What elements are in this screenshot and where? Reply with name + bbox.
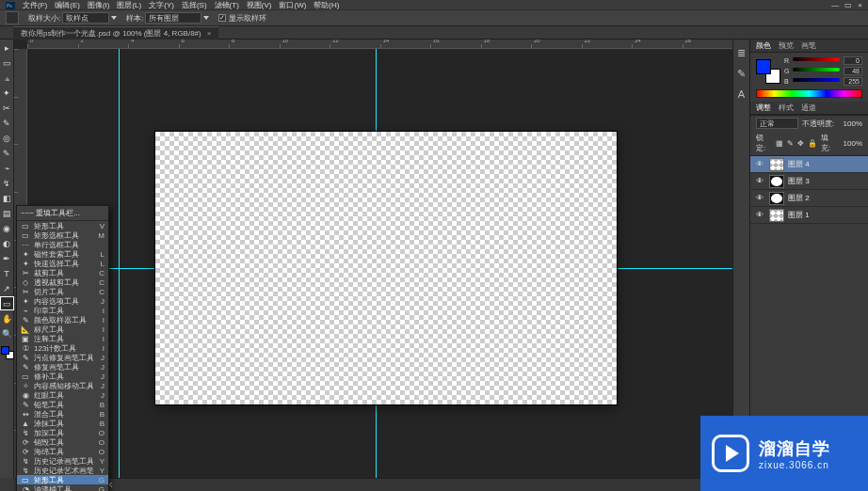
fill-value[interactable]: 100% — [840, 139, 862, 148]
popup-tool-row[interactable]: ⟳销毁工具O — [17, 437, 108, 447]
menu-select[interactable]: 选择(S) — [182, 0, 207, 10]
menu-help[interactable]: 帮助(H) — [313, 0, 339, 10]
hand-tool[interactable]: ✋ — [1, 312, 13, 325]
sample-size-select[interactable]: 取样点 — [62, 12, 109, 24]
lock-transparent-icon[interactable]: ▦ — [776, 139, 783, 148]
layer-thumb[interactable] — [769, 192, 784, 205]
popup-tool-row[interactable]: ↯历史记录艺术画笔工具Y — [17, 466, 108, 475]
popup-tool-row[interactable]: ▲涂抹工具B — [17, 419, 108, 428]
path-tool[interactable]: ↗ — [1, 282, 13, 294]
clone-tool[interactable]: ⌁ — [1, 162, 13, 174]
r-value[interactable]: 0 — [844, 56, 862, 65]
eyedropper-tool[interactable]: ✎ — [1, 117, 13, 129]
layer-name[interactable]: 图层 1 — [788, 210, 864, 220]
popup-tool-row[interactable]: ✦磁性套索工具L — [17, 249, 108, 259]
swatch-pair[interactable] — [756, 59, 780, 84]
popup-tool-row[interactable]: ▭修补工具J — [17, 372, 108, 381]
lasso-tool[interactable]: ⟁ — [1, 71, 13, 84]
popup-tool-row[interactable]: ◇透视裁剪工具C — [17, 277, 108, 287]
layer-name[interactable]: 图层 4 — [788, 159, 864, 169]
eye-icon[interactable]: 👁 — [754, 194, 765, 202]
type-tool[interactable]: T — [1, 267, 13, 279]
tab-swatches[interactable]: 预览 — [779, 40, 794, 51]
layer-thumb[interactable] — [769, 158, 784, 171]
blend-mode-select[interactable]: 正常 — [756, 118, 798, 129]
popup-tool-row[interactable]: ✧内容感知移动工具J — [17, 381, 108, 390]
window-close[interactable]: × — [858, 1, 862, 9]
popup-tool-row[interactable]: ⌁印章工具I — [17, 306, 108, 315]
popup-tool-row[interactable]: ↭混合工具B — [17, 409, 108, 419]
eye-icon[interactable]: 👁 — [754, 177, 765, 185]
popup-tool-row[interactable]: ▣注释工具I — [17, 334, 108, 343]
history-panel-icon[interactable]: ≣ — [735, 47, 748, 60]
b-slider[interactable] — [793, 78, 840, 86]
pen-tool[interactable]: ✒ — [1, 252, 13, 264]
ruler-horizontal[interactable]: 0 2 4 6 8 10 12 14 16 18 20 22 24 26 — [27, 40, 732, 49]
popup-tool-row[interactable]: ⟳海绵工具O — [17, 447, 108, 456]
menu-edit[interactable]: 编辑(E) — [55, 0, 80, 10]
layer-row[interactable]: 👁 图层 1 — [750, 207, 868, 224]
popup-tool-row[interactable]: ✦快速选择工具L — [17, 259, 108, 268]
blur-tool[interactable]: ◉ — [1, 222, 13, 234]
active-tool-icon[interactable] — [6, 11, 19, 24]
g-value[interactable]: 48 — [844, 67, 862, 75]
artboard[interactable] — [155, 132, 617, 404]
layer-thumb[interactable] — [769, 209, 784, 222]
gradient-tool[interactable]: ▤ — [1, 207, 13, 219]
popup-tool-row[interactable]: ▭矩形工具G — [17, 475, 108, 484]
brush-tool[interactable]: ✎ — [1, 147, 13, 159]
menu-filter[interactable]: 滤镜(T) — [215, 0, 239, 10]
b-value[interactable]: 255 — [844, 77, 862, 86]
menu-type[interactable]: 文字(Y) — [149, 0, 174, 10]
popup-tool-row[interactable]: ✂裁剪工具C — [17, 268, 108, 277]
move-tool[interactable]: ▸ — [1, 41, 13, 54]
close-icon[interactable]: × — [207, 29, 212, 38]
menu-layer[interactable]: 图层(L) — [117, 0, 141, 10]
layer-name[interactable]: 图层 2 — [788, 193, 864, 203]
layer-row[interactable]: 👁 图层 4 — [750, 156, 868, 173]
layer-row[interactable]: 👁 图层 3 — [750, 173, 868, 190]
eye-icon[interactable]: 👁 — [754, 211, 765, 219]
popup-tool-row[interactable]: ⋯单行选框工具 — [17, 240, 108, 249]
popup-tool-row[interactable]: ✂切片工具C — [17, 287, 108, 296]
history-brush-tool[interactable]: ↯ — [1, 177, 13, 189]
tab-style[interactable]: 样式 — [779, 103, 794, 113]
popup-tool-row[interactable]: ✦内容选项工具J — [17, 296, 108, 306]
color-swatch[interactable] — [1, 346, 12, 357]
dodge-tool[interactable]: ◐ — [1, 237, 13, 249]
marquee-tool[interactable]: ▭ — [1, 56, 13, 69]
crop-tool[interactable]: ✂ — [1, 102, 13, 114]
lock-paint-icon[interactable]: ✎ — [787, 139, 794, 148]
foreground-color[interactable] — [1, 346, 9, 355]
popup-tool-row[interactable]: ▭矩形工具V — [17, 221, 108, 230]
menu-view[interactable]: 视图(V) — [247, 0, 272, 10]
hue-ramp[interactable] — [756, 89, 862, 98]
brush-panel-icon[interactable]: ✎ — [735, 68, 748, 81]
popup-tool-row[interactable]: ◔油漆桶工具G — [17, 484, 108, 491]
tab-adjust[interactable]: 调整 — [756, 103, 771, 113]
magic-wand-tool[interactable]: ✦ — [1, 87, 13, 99]
opacity-value[interactable]: 100% — [838, 119, 862, 128]
popup-tool-row[interactable]: ✎颜色取样器工具I — [17, 315, 108, 325]
window-minimize[interactable]: — — [831, 1, 839, 9]
char-panel-icon[interactable]: A — [735, 88, 748, 102]
healing-tool[interactable]: ◎ — [1, 132, 13, 144]
lock-position-icon[interactable]: ✥ — [797, 139, 804, 148]
popup-tool-row[interactable]: ✎铅笔工具B — [17, 400, 108, 409]
menu-window[interactable]: 窗口(W) — [279, 0, 306, 10]
popup-tool-row[interactable]: ↯历史记录画笔工具Y — [17, 456, 108, 466]
layer-thumb[interactable] — [769, 175, 784, 188]
popup-tool-row[interactable]: ①123计数工具I — [17, 343, 108, 353]
window-maximize[interactable]: ▭ — [844, 1, 852, 9]
menu-file[interactable]: 文件(F) — [23, 0, 47, 10]
popup-tool-row[interactable]: ↯加深工具O — [17, 428, 108, 437]
guide-vertical[interactable] — [119, 49, 120, 478]
popup-tool-row[interactable]: ▭矩形选框工具M — [17, 230, 108, 240]
canvas-stage[interactable] — [27, 49, 732, 478]
tab-channel[interactable]: 通道 — [801, 103, 816, 113]
sample-select[interactable]: 所有图层 — [145, 12, 201, 24]
tab-color[interactable]: 颜色 — [756, 40, 771, 51]
layer-row[interactable]: 👁 图层 2 — [750, 190, 868, 207]
layer-name[interactable]: 图层 3 — [788, 176, 864, 186]
foreground-swatch[interactable] — [756, 59, 771, 74]
